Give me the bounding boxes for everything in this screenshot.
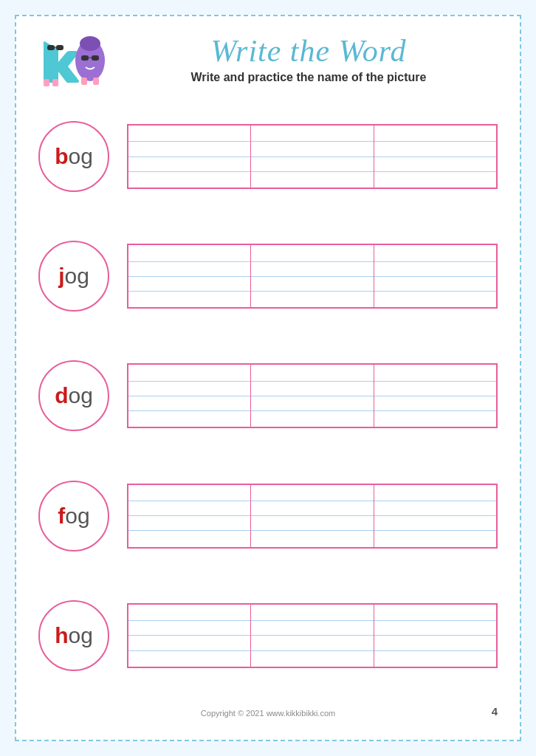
svg-rect-0: [47, 45, 55, 50]
svg-rect-8: [92, 55, 99, 61]
grid-col[interactable]: [251, 126, 374, 188]
svg-rect-4: [52, 79, 58, 86]
writing-grid-fog[interactable]: [127, 484, 498, 549]
grid-col[interactable]: [374, 245, 496, 307]
word-hog: hog: [55, 623, 93, 648]
grid-col[interactable]: [374, 605, 496, 667]
word-circle-hog: hog: [38, 600, 109, 671]
first-letter-fog: f: [58, 504, 65, 528]
word-circle-fog: fog: [38, 481, 109, 551]
word-circle-dog: dog: [38, 360, 109, 431]
footer: Copyright © 2021 www.kikkibikki.com 4: [38, 709, 498, 718]
title-area: Write the Word Write and practice the na…: [120, 31, 498, 84]
words-section: bog: [38, 89, 498, 703]
page-number: 4: [492, 705, 498, 718]
grid-col[interactable]: [128, 126, 251, 188]
first-letter-bog: b: [55, 144, 68, 168]
first-letter-dog: d: [55, 383, 68, 408]
word-dog: dog: [55, 383, 93, 408]
grid-col[interactable]: [128, 485, 251, 547]
writing-grid-jog[interactable]: [127, 244, 498, 309]
grid-col[interactable]: [374, 126, 496, 188]
svg-rect-11: [93, 78, 99, 85]
svg-point-6: [80, 36, 100, 51]
word-row-jog: jog: [38, 241, 498, 312]
word-row-fog: fog: [38, 481, 498, 551]
subtitle: Write and practice the name of the pictu…: [191, 71, 427, 84]
grid-col[interactable]: [251, 245, 374, 307]
word-circle-jog: jog: [38, 241, 109, 312]
header: Write the Word Write and practice the na…: [38, 31, 498, 86]
word-jog: jog: [58, 264, 89, 289]
svg-rect-3: [44, 79, 49, 86]
grid-col[interactable]: [128, 365, 251, 427]
grid-col[interactable]: [374, 365, 496, 427]
svg-rect-10: [81, 78, 87, 85]
main-title: Write the Word: [210, 34, 406, 68]
grid-col[interactable]: [374, 485, 496, 547]
first-letter-jog: j: [58, 264, 64, 288]
word-row-dog: dog: [38, 360, 498, 431]
grid-col[interactable]: [251, 605, 374, 667]
grid-col[interactable]: [251, 485, 374, 547]
logo-icon: [38, 31, 112, 86]
writing-grid-bog[interactable]: [127, 124, 498, 189]
word-fog: fog: [58, 504, 89, 529]
copyright-text: Copyright © 2021 www.kikkibikki.com: [201, 709, 335, 718]
writing-grid-hog[interactable]: [127, 603, 498, 668]
word-bog: bog: [55, 144, 93, 169]
worksheet-page: Write the Word Write and practice the na…: [15, 15, 521, 741]
logo-area: [38, 31, 120, 86]
grid-col[interactable]: [128, 245, 251, 307]
word-row-hog: hog: [38, 600, 498, 671]
svg-rect-7: [81, 55, 89, 61]
word-circle-bog: bog: [38, 121, 109, 192]
svg-rect-1: [56, 45, 63, 50]
grid-col[interactable]: [251, 365, 374, 427]
word-row-bog: bog: [38, 121, 498, 192]
grid-col[interactable]: [128, 605, 251, 667]
writing-grid-dog[interactable]: [127, 363, 498, 428]
first-letter-hog: h: [55, 623, 68, 647]
